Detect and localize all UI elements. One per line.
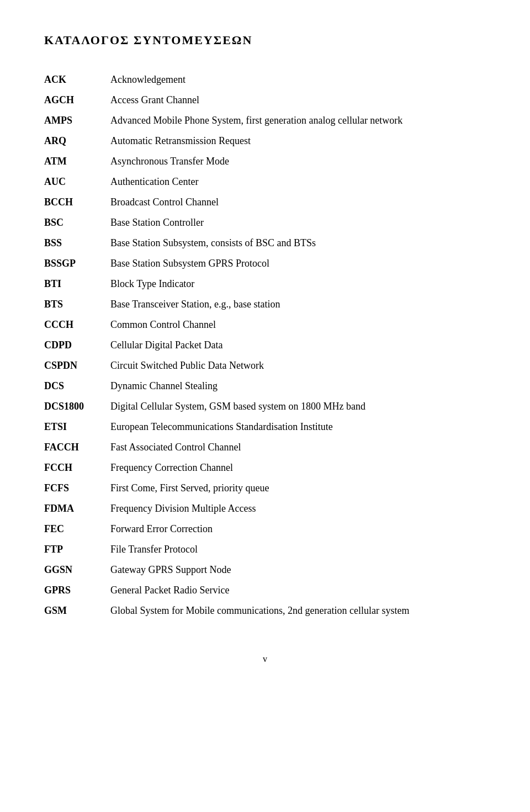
table-row: BTSBase Transceiver Station, e.g., base … bbox=[44, 294, 486, 315]
abbreviation-cell: AUC bbox=[44, 172, 110, 192]
abbreviation-cell: GSM bbox=[44, 601, 110, 621]
table-row: DCS1800Digital Cellular System, GSM base… bbox=[44, 396, 486, 417]
table-row: BCCHBroadcast Control Channel bbox=[44, 192, 486, 213]
definition-cell: Acknowledgement bbox=[110, 70, 486, 90]
abbreviation-cell: FACCH bbox=[44, 437, 110, 458]
table-row: ACKAcknowledgement bbox=[44, 70, 486, 90]
table-row: FTPFile Transfer Protocol bbox=[44, 539, 486, 560]
definition-cell: Dynamic Channel Stealing bbox=[110, 376, 486, 396]
table-row: BSSGPBase Station Subsystem GPRS Protoco… bbox=[44, 253, 486, 274]
abbreviation-cell: GPRS bbox=[44, 580, 110, 601]
abbreviation-cell: AGCH bbox=[44, 90, 110, 110]
abbreviation-cell: CCCH bbox=[44, 315, 110, 335]
abbreviation-cell: BTS bbox=[44, 294, 110, 315]
abbreviation-cell: BSC bbox=[44, 213, 110, 233]
table-row: AMPSAdvanced Mobile Phone System, first … bbox=[44, 110, 486, 131]
definition-cell: Gateway GPRS Support Node bbox=[110, 560, 486, 580]
table-row: FDMAFrequency Division Multiple Access bbox=[44, 498, 486, 519]
definition-cell: Frequency Division Multiple Access bbox=[110, 498, 486, 519]
abbreviation-cell: FTP bbox=[44, 539, 110, 560]
definition-cell: Circuit Switched Public Data Network bbox=[110, 355, 486, 376]
abbreviation-cell: GGSN bbox=[44, 560, 110, 580]
table-row: AUCAuthentication Center bbox=[44, 172, 486, 192]
table-row: AGCHAccess Grant Channel bbox=[44, 90, 486, 110]
definition-cell: First Come, First Served, priority queue bbox=[110, 478, 486, 498]
definition-cell: Global System for Mobile communications,… bbox=[110, 601, 486, 621]
abbreviation-cell: ARQ bbox=[44, 131, 110, 151]
table-row: FECForward Error Correction bbox=[44, 519, 486, 539]
abbreviations-table: ACKAcknowledgementAGCHAccess Grant Chann… bbox=[44, 70, 486, 621]
page-footer: v bbox=[44, 654, 486, 664]
table-row: BTIBlock Type Indicator bbox=[44, 274, 486, 294]
definition-cell: Forward Error Correction bbox=[110, 519, 486, 539]
page-title: ΚΑΤΑΛΟΓΟΣ ΣΥΝΤΟΜΕΥΣΕΩΝ bbox=[44, 33, 486, 47]
table-row: CCCHCommon Control Channel bbox=[44, 315, 486, 335]
table-row: GPRSGeneral Packet Radio Service bbox=[44, 580, 486, 601]
definition-cell: Broadcast Control Channel bbox=[110, 192, 486, 213]
table-row: GSMGlobal System for Mobile communicatio… bbox=[44, 601, 486, 621]
table-row: DCSDynamic Channel Stealing bbox=[44, 376, 486, 396]
abbreviation-cell: AMPS bbox=[44, 110, 110, 131]
definition-cell: Common Control Channel bbox=[110, 315, 486, 335]
table-row: GGSNGateway GPRS Support Node bbox=[44, 560, 486, 580]
definition-cell: Cellular Digital Packet Data bbox=[110, 335, 486, 355]
definition-cell: Digital Cellular System, GSM based syste… bbox=[110, 396, 486, 417]
definition-cell: Frequency Correction Channel bbox=[110, 458, 486, 478]
table-row: CSPDNCircuit Switched Public Data Networ… bbox=[44, 355, 486, 376]
definition-cell: Base Transceiver Station, e.g., base sta… bbox=[110, 294, 486, 315]
definition-cell: Fast Associated Control Channel bbox=[110, 437, 486, 458]
abbreviation-cell: FCCH bbox=[44, 458, 110, 478]
table-row: ATMAsynchronous Transfer Mode bbox=[44, 151, 486, 172]
definition-cell: Automatic Retransmission Request bbox=[110, 131, 486, 151]
table-row: CDPDCellular Digital Packet Data bbox=[44, 335, 486, 355]
abbreviation-cell: DCS1800 bbox=[44, 396, 110, 417]
table-row: FCFSFirst Come, First Served, priority q… bbox=[44, 478, 486, 498]
abbreviation-cell: FDMA bbox=[44, 498, 110, 519]
table-row: ARQAutomatic Retransmission Request bbox=[44, 131, 486, 151]
definition-cell: European Telecommunications Standardisat… bbox=[110, 417, 486, 437]
definition-cell: Advanced Mobile Phone System, first gene… bbox=[110, 110, 486, 131]
table-row: FACCHFast Associated Control Channel bbox=[44, 437, 486, 458]
abbreviation-cell: FCFS bbox=[44, 478, 110, 498]
definition-cell: Base Station Controller bbox=[110, 213, 486, 233]
table-row: ETSIEuropean Telecommunications Standard… bbox=[44, 417, 486, 437]
abbreviation-cell: ATM bbox=[44, 151, 110, 172]
definition-cell: Block Type Indicator bbox=[110, 274, 486, 294]
definition-cell: Base Station Subsystem, consists of BSC … bbox=[110, 233, 486, 253]
abbreviation-cell: BTI bbox=[44, 274, 110, 294]
definition-cell: Authentication Center bbox=[110, 172, 486, 192]
table-row: BSSBase Station Subsystem, consists of B… bbox=[44, 233, 486, 253]
definition-cell: Asynchronous Transfer Mode bbox=[110, 151, 486, 172]
definition-cell: Access Grant Channel bbox=[110, 90, 486, 110]
abbreviation-cell: ACK bbox=[44, 70, 110, 90]
abbreviation-cell: ETSI bbox=[44, 417, 110, 437]
definition-cell: Base Station Subsystem GPRS Protocol bbox=[110, 253, 486, 274]
abbreviation-cell: CSPDN bbox=[44, 355, 110, 376]
abbreviation-cell: CDPD bbox=[44, 335, 110, 355]
abbreviation-cell: BSS bbox=[44, 233, 110, 253]
table-row: FCCHFrequency Correction Channel bbox=[44, 458, 486, 478]
abbreviation-cell: FEC bbox=[44, 519, 110, 539]
definition-cell: File Transfer Protocol bbox=[110, 539, 486, 560]
abbreviation-cell: BSSGP bbox=[44, 253, 110, 274]
table-row: BSCBase Station Controller bbox=[44, 213, 486, 233]
definition-cell: General Packet Radio Service bbox=[110, 580, 486, 601]
abbreviation-cell: DCS bbox=[44, 376, 110, 396]
abbreviation-cell: BCCH bbox=[44, 192, 110, 213]
